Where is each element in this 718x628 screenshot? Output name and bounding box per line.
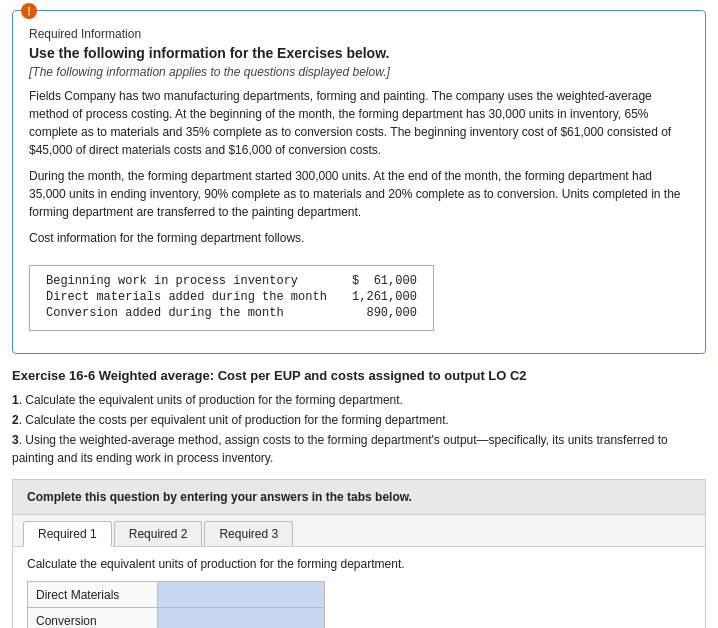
cost-table-row: Beginning work in process inventory $ 61… bbox=[46, 274, 417, 288]
instruction-2: 2. Calculate the costs per equivalent un… bbox=[12, 411, 706, 429]
tab-required-1[interactable]: Required 1 bbox=[23, 521, 112, 547]
table-row-conversion: Conversion bbox=[28, 608, 325, 629]
cost-label-3: Conversion added during the month bbox=[46, 306, 327, 320]
required-info-title: Required Information bbox=[29, 27, 689, 41]
direct-materials-input-cell[interactable] bbox=[158, 582, 325, 608]
instruction-3: 3. Using the weighted-average method, as… bbox=[12, 431, 706, 467]
cost-label-2: Direct materials added during the month bbox=[46, 290, 327, 304]
required-info-box: ! Required Information Use the following… bbox=[12, 10, 706, 354]
cost-table-row: Direct materials added during the month … bbox=[46, 290, 417, 304]
data-entry-table: Direct Materials Conversion bbox=[27, 581, 325, 628]
direct-materials-label: Direct Materials bbox=[28, 582, 158, 608]
exercise-instructions: 1. Calculate the equivalent units of pro… bbox=[12, 391, 706, 467]
cost-label-1: Beginning work in process inventory bbox=[46, 274, 327, 288]
instruction-1: 1. Calculate the equivalent units of pro… bbox=[12, 391, 706, 409]
conversion-input-cell[interactable] bbox=[158, 608, 325, 629]
tab-required-2[interactable]: Required 2 bbox=[114, 521, 203, 546]
required-info-para3: Cost information for the forming departm… bbox=[29, 229, 689, 247]
tab-required-3[interactable]: Required 3 bbox=[204, 521, 293, 546]
tab-instruction: Calculate the equivalent units of produc… bbox=[27, 557, 691, 571]
complete-box: Complete this question by entering your … bbox=[12, 479, 706, 515]
cost-value-1: $ 61,000 bbox=[327, 274, 417, 288]
conversion-input[interactable] bbox=[166, 614, 316, 628]
required-info-heading: Use the following information for the Ex… bbox=[29, 45, 689, 61]
cost-table: Beginning work in process inventory $ 61… bbox=[29, 265, 434, 331]
required-info-para1: Fields Company has two manufacturing dep… bbox=[29, 87, 689, 159]
conversion-label: Conversion bbox=[28, 608, 158, 629]
tabs-container: Required 1 Required 2 Required 3 Calcula… bbox=[12, 515, 706, 628]
required-info-para2: During the month, the forming department… bbox=[29, 167, 689, 221]
cost-value-2: 1,261,000 bbox=[327, 290, 417, 304]
info-icon: ! bbox=[21, 3, 37, 19]
cost-value-3: 890,000 bbox=[327, 306, 417, 320]
table-row-direct-materials: Direct Materials bbox=[28, 582, 325, 608]
direct-materials-input[interactable] bbox=[166, 588, 316, 602]
required-info-italic: [The following information applies to th… bbox=[29, 65, 689, 79]
exercise-section: Exercise 16-6 Weighted average: Cost per… bbox=[12, 368, 706, 467]
tabs-row: Required 1 Required 2 Required 3 bbox=[13, 515, 705, 547]
cost-table-row: Conversion added during the month 890,00… bbox=[46, 306, 417, 320]
exercise-title: Exercise 16-6 Weighted average: Cost per… bbox=[12, 368, 706, 383]
tab-content: Calculate the equivalent units of produc… bbox=[13, 547, 705, 628]
